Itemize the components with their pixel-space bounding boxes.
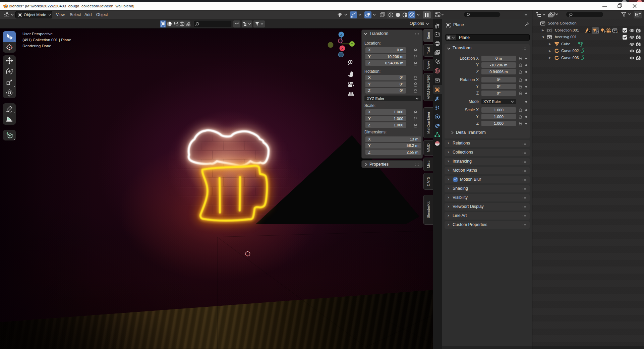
svg-text:Z: Z xyxy=(340,33,342,37)
svg-text:Y: Y xyxy=(351,42,353,46)
svg-text:X: X xyxy=(341,47,344,50)
